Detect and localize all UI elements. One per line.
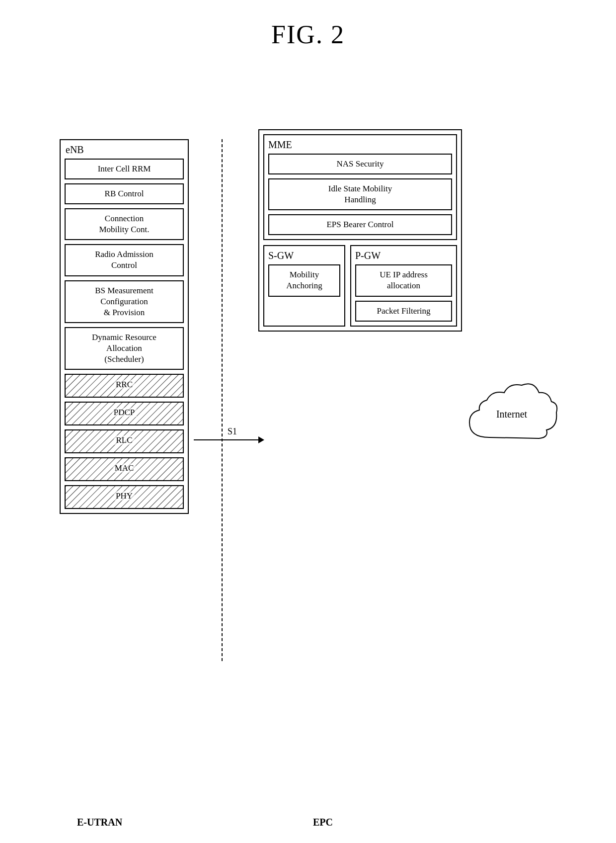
mme-nas-security: NAS Security [268,154,452,174]
cloud-svg: Internet [464,373,559,452]
enb-box-dynamic-resource: Dynamic ResourceAllocation(Scheduler) [65,327,184,370]
enb-block: eNB Inter Cell RRM RB Control Connection… [60,139,189,514]
enb-rlc-label: RLC [114,435,134,445]
gw-row: S-GW MobilityAnchoring P-GW UE IP addres… [263,245,457,326]
s1-dashed-line [222,139,223,661]
enb-hatched-pdcp: PDCP [65,402,184,425]
enb-box-inter-cell-rrm: Inter Cell RRM [65,159,184,179]
mme-eps-bearer: EPS Bearer Control [268,214,452,235]
sgw-mobility-anchoring: MobilityAnchoring [268,264,340,296]
enb-hatched-phy: PHY [65,485,184,509]
enb-hatched-mac: MAC [65,457,184,481]
enb-hatched-rrc: RRC [65,374,184,398]
mme-label: MME [268,139,452,151]
mme-idle-state: Idle State MobilityHandling [268,178,452,210]
pgw-ue-ip: UE IP addressallocation [355,264,452,296]
enb-box-connection-mobility: ConnectionMobility Cont. [65,208,184,240]
enb-pdcp-label: PDCP [112,408,137,417]
epc-block: MME NAS Security Idle State MobilityHand… [258,129,462,332]
s1-arrow-line [194,439,258,440]
enb-mac-label: MAC [113,463,136,473]
enb-box-bs-measurement: BS MeasurementConfiguration& Provision [65,280,184,323]
s1-arrow-tip [258,436,264,443]
pgw-packet-filtering: Packet Filtering [355,301,452,322]
page-title: FIG. 2 [0,0,616,49]
s1-label: S1 [228,426,237,437]
internet-text: Internet [496,409,528,420]
mme-block: MME NAS Security Idle State MobilityHand… [263,134,457,240]
enb-label: eNB [65,144,184,156]
pgw-label: P-GW [355,250,452,261]
s1-arrow [194,436,264,443]
eutran-label: E-UTRAN [77,817,122,828]
diagram-area: eNB Inter Cell RRM RB Control Connection… [30,80,586,813]
enb-box-radio-admission: Radio AdmissionControl [65,244,184,276]
enb-box-rb-control: RB Control [65,183,184,204]
enb-rrc-label: RRC [114,380,135,389]
enb-phy-label: PHY [114,491,135,501]
pgw-block: P-GW UE IP addressallocation Packet Filt… [350,245,457,326]
epc-label: EPC [313,817,333,828]
sgw-block: S-GW MobilityAnchoring [263,245,345,326]
sgw-label: S-GW [268,250,340,261]
enb-hatched-rlc: RLC [65,429,184,453]
internet-cloud: Internet [464,373,559,452]
